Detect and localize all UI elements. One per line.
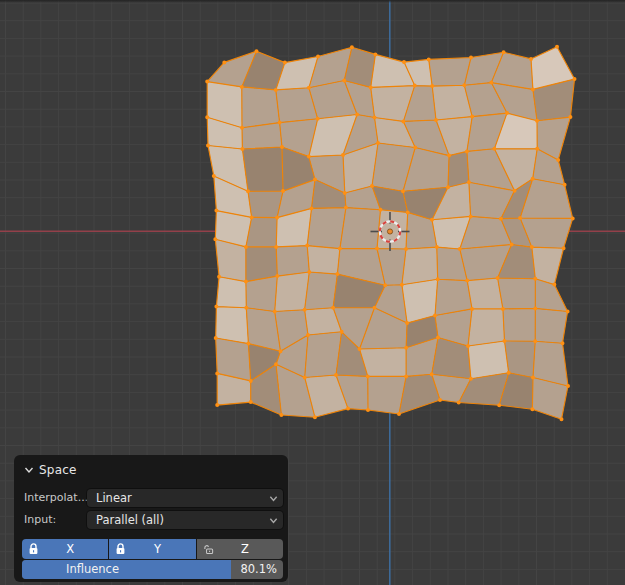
interpolation-label: Interpolat... [24, 489, 88, 507]
mesh-face[interactable] [535, 308, 567, 343]
collapse-chevron-icon [24, 465, 34, 475]
mesh-face[interactable] [503, 308, 535, 341]
mesh-face[interactable] [467, 278, 503, 309]
mesh-face[interactable] [377, 210, 408, 249]
mesh-face[interactable] [402, 247, 438, 285]
mesh-face[interactable] [242, 147, 283, 191]
mesh-face[interactable] [216, 307, 249, 344]
mesh-face[interactable] [448, 151, 469, 187]
influence-slider[interactable]: Influence 80.1% [22, 560, 283, 579]
mesh-face[interactable] [276, 246, 309, 277]
lock-open-icon [203, 543, 214, 555]
input-row: Input: Parallel (all) [14, 511, 288, 529]
mesh-face[interactable] [498, 278, 536, 309]
lock-z-toggle[interactable]: Z [197, 539, 283, 559]
input-value: Parallel (all) [96, 511, 164, 529]
cursor-center-dot [387, 229, 392, 234]
lock-x-toggle[interactable]: X [22, 539, 108, 559]
mesh-face[interactable] [305, 272, 338, 310]
panel-title: Space [39, 463, 77, 477]
dropdown-chevron-icon [269, 516, 278, 525]
panel-header[interactable]: Space [24, 462, 77, 478]
mesh-face[interactable] [468, 341, 509, 379]
mesh-face[interactable] [246, 276, 277, 311]
input-dropdown[interactable]: Parallel (all) [87, 511, 283, 529]
mesh-face[interactable] [340, 208, 381, 249]
blender-3d-viewport: Space Interpolat... Linear Input: Parall… [0, 0, 625, 585]
operator-redo-panel: Space Interpolat... Linear Input: Parall… [14, 455, 288, 582]
axis-lock-toggles: X Y Z [22, 539, 283, 559]
mesh-face[interactable] [468, 309, 505, 346]
influence-label: Influence [66, 560, 119, 579]
lock-closed-icon [115, 543, 126, 555]
dropdown-chevron-icon [269, 494, 278, 503]
mesh-face[interactable] [307, 246, 340, 275]
viewport-top-shade [0, 0, 625, 3]
lock-closed-icon [28, 543, 39, 555]
interpolation-dropdown[interactable]: Linear [87, 489, 283, 507]
influence-slider-fill [22, 560, 231, 579]
mesh-face[interactable] [242, 87, 280, 128]
input-label: Input: [24, 511, 56, 529]
mesh-face[interactable] [275, 272, 310, 312]
influence-value: 80.1% [240, 560, 277, 579]
interpolation-row: Interpolat... Linear [14, 489, 288, 507]
lock-y-toggle[interactable]: Y [109, 539, 195, 559]
mesh-face[interactable] [307, 208, 346, 249]
interpolation-value: Linear [96, 489, 132, 507]
